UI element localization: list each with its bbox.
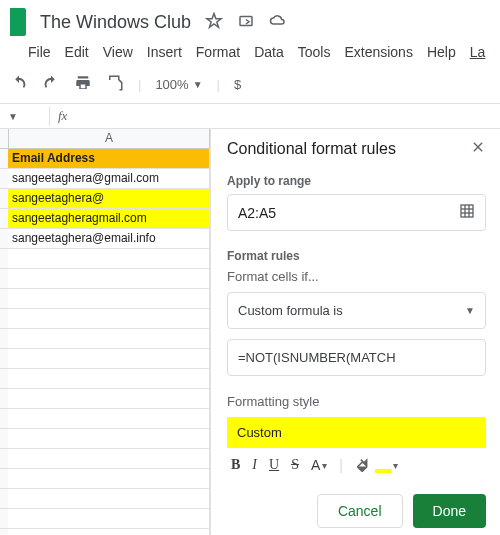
grid-row[interactable]: sangeetagheragmail.com bbox=[0, 209, 210, 229]
condition-label: Format cells if... bbox=[227, 269, 486, 284]
grid-row[interactable] bbox=[0, 389, 210, 409]
done-button[interactable]: Done bbox=[413, 494, 486, 528]
grid-row[interactable] bbox=[0, 309, 210, 329]
conditional-format-panel: Conditional format rules Apply to range … bbox=[210, 129, 500, 535]
grid-row[interactable] bbox=[0, 349, 210, 369]
menu-view[interactable]: View bbox=[103, 44, 133, 60]
fx-icon: fx bbox=[50, 104, 75, 128]
select-range-icon[interactable] bbox=[459, 203, 475, 222]
grid-row[interactable] bbox=[0, 469, 210, 489]
grid-row[interactable] bbox=[0, 269, 210, 289]
grid-row[interactable] bbox=[0, 529, 210, 535]
doc-title[interactable]: The Windows Club bbox=[40, 12, 191, 33]
chevron-down-icon: ▼ bbox=[465, 305, 475, 316]
redo-icon[interactable] bbox=[42, 74, 60, 95]
grid-row[interactable]: sangeetaghera@gmail.com bbox=[0, 169, 210, 189]
zoom-select[interactable]: 100%▼ bbox=[155, 77, 202, 92]
underline-button[interactable]: U bbox=[269, 457, 279, 473]
grid-row[interactable] bbox=[0, 289, 210, 309]
fill-color-button[interactable]: ▾ bbox=[355, 456, 398, 474]
sheets-logo bbox=[10, 8, 26, 36]
italic-button[interactable]: I bbox=[252, 457, 257, 473]
undo-icon[interactable] bbox=[10, 74, 28, 95]
grid-row[interactable] bbox=[0, 329, 210, 349]
menu-edit[interactable]: Edit bbox=[65, 44, 89, 60]
text-color-button[interactable]: A▾ bbox=[311, 457, 327, 473]
strike-button[interactable]: S bbox=[291, 457, 299, 473]
grid-row[interactable]: sangeetaghera@email.info bbox=[0, 229, 210, 249]
name-box[interactable]: ▼ bbox=[0, 107, 50, 126]
menu-file[interactable]: File bbox=[28, 44, 51, 60]
grid-row[interactable]: sangeetaghera@ bbox=[0, 189, 210, 209]
condition-select[interactable]: Custom formula is ▼ bbox=[227, 292, 486, 329]
menu-truncated[interactable]: La bbox=[470, 44, 486, 60]
style-preview[interactable]: Custom bbox=[227, 417, 486, 448]
menu-tools[interactable]: Tools bbox=[298, 44, 331, 60]
column-header-a[interactable]: A bbox=[8, 129, 210, 149]
grid-row[interactable]: Email Address bbox=[0, 149, 210, 169]
close-icon[interactable] bbox=[470, 139, 486, 158]
menu-insert[interactable]: Insert bbox=[147, 44, 182, 60]
formatting-style-label: Formatting style bbox=[227, 394, 486, 409]
grid-row[interactable] bbox=[0, 409, 210, 429]
formula-input[interactable]: =NOT(ISNUMBER(MATCH bbox=[227, 339, 486, 376]
cancel-button[interactable]: Cancel bbox=[317, 494, 403, 528]
panel-title: Conditional format rules bbox=[227, 140, 396, 158]
apply-to-range-label: Apply to range bbox=[227, 174, 486, 188]
print-icon[interactable] bbox=[74, 74, 92, 95]
currency-button[interactable]: $ bbox=[234, 77, 241, 92]
menu-format[interactable]: Format bbox=[196, 44, 240, 60]
format-rules-label: Format rules bbox=[227, 249, 486, 263]
grid-row[interactable] bbox=[0, 429, 210, 449]
menu-bar: File Edit View Insert Format Data Tools … bbox=[0, 40, 500, 68]
move-icon[interactable] bbox=[237, 12, 255, 33]
grid-row[interactable] bbox=[0, 489, 210, 509]
grid-row[interactable] bbox=[0, 249, 210, 269]
spreadsheet-grid[interactable]: A Email Addresssangeetaghera@gmail.comsa… bbox=[0, 129, 210, 535]
svg-rect-0 bbox=[240, 16, 252, 25]
cloud-icon[interactable] bbox=[269, 12, 287, 33]
toolbar: | 100%▼ | $ bbox=[0, 68, 500, 104]
grid-row[interactable] bbox=[0, 449, 210, 469]
grid-row[interactable] bbox=[0, 369, 210, 389]
star-icon[interactable] bbox=[205, 12, 223, 33]
svg-rect-1 bbox=[461, 205, 473, 217]
menu-data[interactable]: Data bbox=[254, 44, 284, 60]
paint-icon[interactable] bbox=[106, 74, 124, 95]
grid-row[interactable] bbox=[0, 509, 210, 529]
menu-extensions[interactable]: Extensions bbox=[344, 44, 412, 60]
range-input[interactable] bbox=[238, 205, 459, 221]
menu-help[interactable]: Help bbox=[427, 44, 456, 60]
bold-button[interactable]: B bbox=[231, 457, 240, 473]
